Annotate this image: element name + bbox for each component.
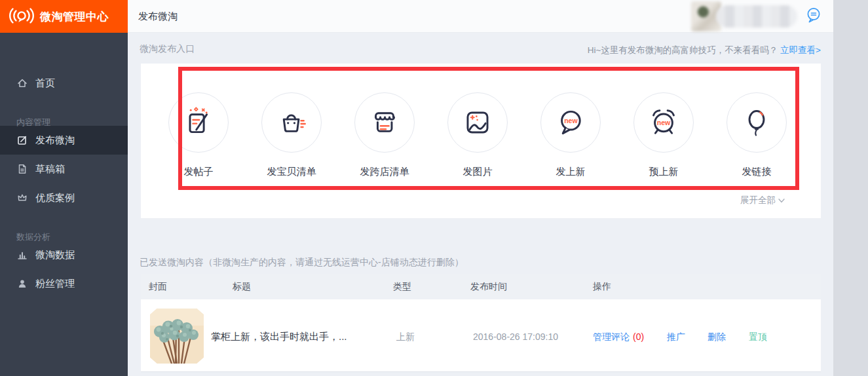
sidebar-item-drafts[interactable]: 草稿箱 bbox=[0, 155, 128, 183]
page-title: 发布微淘 bbox=[138, 10, 178, 23]
sidebar-item-label: 微淘数据 bbox=[35, 249, 75, 261]
publish-entry-link[interactable]: 发链接 bbox=[716, 92, 797, 178]
shopping-bag-icon bbox=[261, 92, 322, 153]
new-bubble-icon: new bbox=[540, 92, 601, 153]
post-icon bbox=[168, 92, 229, 153]
publish-entry-image[interactable]: 发图片 bbox=[437, 92, 518, 178]
publish-entry-post[interactable]: 发帖子 bbox=[158, 92, 239, 178]
entry-label: 发上新 bbox=[530, 166, 611, 178]
right-gutter bbox=[833, 0, 868, 376]
comment-count: (0) bbox=[633, 331, 644, 342]
bar-chart-icon bbox=[16, 249, 28, 261]
hint-link[interactable]: 立即查看> bbox=[780, 45, 821, 55]
sent-content-section-title: 已发送微淘内容（非微淘生产的内容，请通过无线运营中心-店铺动态进行删除） bbox=[140, 257, 464, 269]
storefront-icon bbox=[354, 92, 415, 153]
expand-all-label: 展开全部 bbox=[740, 195, 776, 206]
column-header-actions: 操作 bbox=[593, 274, 611, 299]
username-redacted bbox=[716, 5, 797, 28]
brand-header: 微淘管理中心 bbox=[0, 0, 128, 33]
publish-entry-cross-shop-list[interactable]: 发跨店清单 bbox=[344, 92, 425, 178]
publish-entries-card: 发帖子 发宝贝清单 bbox=[141, 64, 821, 218]
expand-all-button[interactable]: 展开全部 bbox=[740, 195, 785, 206]
alarm-clock-icon: new bbox=[633, 92, 694, 153]
column-header-title: 标题 bbox=[233, 274, 251, 299]
brand-title: 微淘管理中心 bbox=[40, 9, 109, 24]
publish-entry-pre-new[interactable]: new 预上新 bbox=[623, 92, 704, 178]
row-publish-time: 2016-08-26 17:09:10 bbox=[473, 331, 558, 342]
row-title: 掌柜上新，该出手时就出手，... bbox=[211, 331, 347, 343]
sidebar-item-publish[interactable]: 发布微淘 bbox=[0, 126, 128, 155]
entry-label: 发跨店清单 bbox=[344, 166, 425, 178]
publish-entry-item-list[interactable]: 发宝贝清单 bbox=[251, 92, 332, 178]
chevron-down-icon bbox=[778, 198, 785, 203]
sidebar-item-data[interactable]: 微淘数据 bbox=[0, 240, 128, 269]
sidebar-item-label: 草稿箱 bbox=[35, 163, 65, 176]
publish-entry-new-arrival[interactable]: new 发上新 bbox=[530, 92, 611, 178]
crown-icon bbox=[16, 192, 28, 204]
column-header-type: 类型 bbox=[393, 274, 411, 299]
column-header-publish-time: 发布时间 bbox=[470, 274, 507, 299]
table-header: 封面 标题 类型 发布时间 操作 bbox=[141, 274, 821, 299]
manage-comments-link[interactable]: 管理评论 bbox=[593, 331, 630, 343]
sidebar-item-label: 首页 bbox=[35, 77, 55, 90]
sidebar-item-fans[interactable]: 粉丝管理 bbox=[0, 269, 128, 298]
sidebar-item-cases[interactable]: 优质案例 bbox=[0, 183, 128, 212]
new-badge: new bbox=[564, 117, 578, 124]
weitao-admin-page: 微淘管理中心 首页 内容管理 发布微淘 bbox=[0, 0, 868, 376]
entry-label: 预上新 bbox=[623, 166, 704, 178]
sidebar: 微淘管理中心 首页 内容管理 发布微淘 bbox=[0, 0, 128, 376]
chat-bubble-icon[interactable] bbox=[805, 7, 823, 25]
entry-label: 发帖子 bbox=[158, 166, 239, 178]
broadcast-logo-icon bbox=[9, 8, 35, 26]
promote-link[interactable]: 推广 bbox=[667, 331, 685, 343]
top-header: 发布微淘 bbox=[128, 0, 833, 33]
hint-text: Hi~这里有发布微淘的高富帅技巧，不来看看吗？ bbox=[588, 45, 778, 55]
sidebar-section-content: 内容管理 bbox=[0, 98, 128, 126]
column-header-cover: 封面 bbox=[149, 274, 167, 299]
cover-thumbnail[interactable] bbox=[150, 309, 204, 364]
new-badge: new bbox=[657, 119, 671, 126]
row-type: 上新 bbox=[396, 331, 415, 343]
sidebar-item-home[interactable]: 首页 bbox=[0, 69, 128, 98]
sidebar-item-label: 发布微淘 bbox=[35, 134, 75, 147]
publish-section-title: 微淘发布入口 bbox=[140, 43, 195, 55]
compose-icon bbox=[16, 134, 28, 146]
picture-icon bbox=[447, 92, 508, 153]
entry-label: 发宝贝清单 bbox=[251, 166, 332, 178]
sidebar-section-analytics: 数据分析 bbox=[0, 212, 128, 240]
document-icon bbox=[16, 163, 28, 175]
sidebar-item-label: 优质案例 bbox=[35, 192, 75, 204]
entry-label: 发图片 bbox=[437, 166, 518, 178]
table-row: 掌柜上新，该出手时就出手，... 上新 2016-08-26 17:09:10 … bbox=[141, 299, 821, 372]
delete-link[interactable]: 删除 bbox=[708, 331, 726, 343]
person-icon bbox=[16, 278, 28, 290]
balloon-icon bbox=[726, 92, 787, 153]
hint-banner: Hi~这里有发布微淘的高富帅技巧，不来看看吗？ 立即查看> bbox=[588, 45, 821, 56]
entry-label: 发链接 bbox=[716, 166, 797, 178]
pin-to-top-link[interactable]: 置顶 bbox=[749, 331, 767, 343]
sidebar-item-label: 粉丝管理 bbox=[35, 278, 75, 290]
home-icon bbox=[16, 77, 28, 89]
